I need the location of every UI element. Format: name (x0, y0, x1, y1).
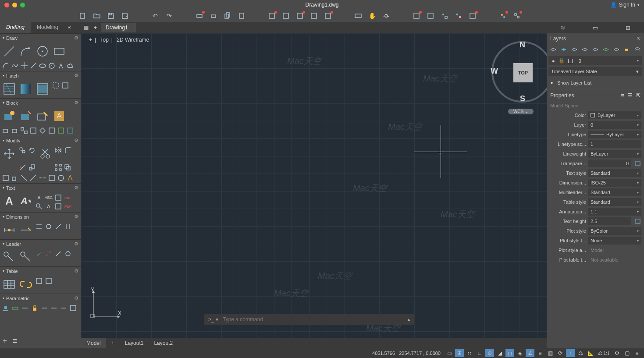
design-center-icon[interactable] (427, 12, 434, 20)
layer-visibility-icon[interactable]: ● (552, 58, 555, 64)
pan-icon[interactable]: ✋ (368, 12, 376, 20)
section-table-header[interactable]: ▾Table⚙ (0, 267, 81, 275)
viewcube-n[interactable]: N (519, 40, 525, 50)
layer-state-icon[interactable] (549, 45, 558, 54)
tab-prev-icon[interactable]: « (64, 22, 75, 33)
layer-state-selector[interactable]: Unsaved Layer State ▾ (548, 67, 642, 76)
property-value[interactable]: 1:1▾ (588, 208, 641, 216)
zoom-window-icon[interactable] (20, 3, 25, 7)
vp-style[interactable]: 2D Wireframe (117, 37, 149, 43)
dim-angular-icon[interactable] (35, 223, 43, 230)
ortho-toggle[interactable]: ∟ (475, 349, 484, 357)
iso-toggle[interactable]: ◢ (495, 349, 504, 357)
clean-screen-icon[interactable]: ▢ (623, 349, 631, 357)
viewcube-s[interactable]: S (520, 94, 525, 103)
tab-model[interactable]: Model (81, 338, 106, 348)
gear-icon[interactable]: ⚙ (74, 73, 78, 78)
property-value[interactable]: Standard▾ (588, 188, 641, 196)
del-constraint-icon[interactable] (60, 304, 68, 312)
property-value[interactable]: ByLayer▾ (588, 131, 641, 138)
trim-tool-icon[interactable] (38, 146, 53, 161)
leader-collect-icon[interactable] (64, 250, 72, 258)
leader-remove-icon[interactable] (45, 250, 53, 258)
purge-block-icon[interactable] (66, 127, 74, 135)
attr-display-icon[interactable] (39, 127, 46, 135)
section-block-header[interactable]: ▾Block⚙ (0, 99, 81, 107)
current-layer-row[interactable]: ● 🔓 0 ▾ (548, 56, 642, 65)
snap-toggle[interactable]: ∷ (465, 349, 474, 357)
add-tab-icon[interactable]: + (91, 23, 100, 32)
line-tool-icon[interactable] (2, 44, 17, 59)
fillet-tool-icon[interactable] (64, 146, 72, 154)
mtext-tool-icon[interactable]: A (2, 194, 17, 209)
xref-icon[interactable] (282, 12, 290, 20)
insert-block-icon[interactable] (2, 109, 17, 124)
rectangle-tool-icon[interactable] (52, 44, 67, 59)
mgr1-icon[interactable] (499, 12, 507, 20)
gear-icon[interactable]: ⚙ (74, 35, 78, 41)
arc-tool-icon[interactable] (2, 62, 10, 70)
offset-tool-icon[interactable] (64, 163, 71, 171)
circle-tool-icon[interactable] (35, 44, 50, 59)
command-line[interactable]: >_ ▾ ▲ (204, 314, 414, 325)
gear-icon[interactable]: ⚙ (74, 138, 78, 143)
props-panel-tab-icon[interactable]: ⊞ (626, 25, 630, 31)
erase-tool-icon[interactable] (11, 174, 19, 182)
rotate-tool-icon[interactable] (28, 146, 36, 154)
layer-prev-icon[interactable] (623, 45, 631, 54)
tab-layout1[interactable]: Layout1 (120, 338, 149, 348)
popout-icon[interactable]: ⇱ (637, 36, 640, 41)
3dosnap-toggle[interactable]: ◈ (516, 349, 524, 357)
viewport-controls[interactable]: +| Top| 2D Wireframe (86, 37, 152, 43)
osnap-toggle[interactable]: ◻ (505, 349, 514, 357)
property-value[interactable]: Standard▾ (588, 169, 641, 177)
drawing-canvas[interactable]: +| Top| 2D Wireframe TOP N S E W WCS ⌄ X… (81, 33, 547, 338)
base-icon[interactable] (11, 127, 19, 135)
dim-aligned-icon[interactable] (18, 223, 33, 237)
property-value[interactable]: 2.5 (588, 217, 631, 225)
layer-make-current-icon[interactable] (601, 45, 610, 54)
grid-view-icon[interactable]: ▦ (81, 23, 91, 32)
wblock-icon[interactable] (2, 127, 10, 135)
section-parametric-header[interactable]: ▾Parametric⚙ (0, 294, 81, 302)
replace-block-icon[interactable] (57, 127, 65, 135)
section-modify-header[interactable]: ▾Modify⚙ (0, 136, 81, 145)
gear-icon[interactable]: ⚙ (74, 241, 78, 247)
saveas-file-icon[interactable] (121, 12, 129, 20)
transparency-toggle[interactable]: ▥ (546, 349, 555, 357)
property-value[interactable]: 0▾ (588, 121, 641, 129)
plot-icon[interactable] (196, 12, 203, 20)
table-update-icon[interactable] (45, 277, 53, 285)
dataextract-icon[interactable] (35, 277, 43, 285)
dim-constraint-icon[interactable] (11, 304, 19, 312)
dim-arc-icon[interactable] (45, 223, 53, 230)
block-editor-icon[interactable] (35, 109, 50, 124)
array-tool-icon[interactable] (54, 163, 62, 171)
spell-check-icon[interactable]: ABC (45, 194, 53, 202)
reverse-tool-icon[interactable] (57, 174, 65, 182)
property-extra-icon[interactable] (634, 218, 641, 225)
tab-modeling[interactable]: Modeling (31, 22, 64, 33)
field-icon[interactable] (310, 12, 318, 20)
dim-linear-icon[interactable] (2, 223, 17, 237)
dim-radius-icon[interactable] (54, 223, 62, 230)
mirror-tool-icon[interactable] (54, 146, 62, 154)
section-hatch-header[interactable]: ▾Hatch⚙ (0, 71, 81, 80)
layer-mgr-icon[interactable] (633, 45, 641, 54)
table-tool-icon[interactable] (2, 277, 17, 292)
vp-view[interactable]: Top (100, 37, 108, 43)
dim-ordinate-icon[interactable] (64, 223, 72, 230)
lineweight-toggle[interactable]: ≡ (536, 349, 544, 357)
open-file-icon[interactable] (93, 12, 101, 20)
mleader-icon[interactable] (2, 250, 17, 265)
measure-icon[interactable] (354, 12, 362, 20)
workspace-switch-icon[interactable]: ⚙ (612, 349, 621, 357)
sheet-set-icon[interactable] (455, 12, 463, 20)
copy-tool-icon[interactable] (18, 146, 26, 154)
ray-tool-icon[interactable] (29, 62, 37, 70)
align-tool-icon[interactable] (20, 174, 28, 182)
region-tool-icon[interactable] (52, 82, 60, 89)
hide-constraint-icon[interactable] (50, 304, 58, 312)
geo-constraint-icon[interactable] (2, 304, 10, 312)
gradient-tool-icon[interactable] (18, 82, 33, 96)
